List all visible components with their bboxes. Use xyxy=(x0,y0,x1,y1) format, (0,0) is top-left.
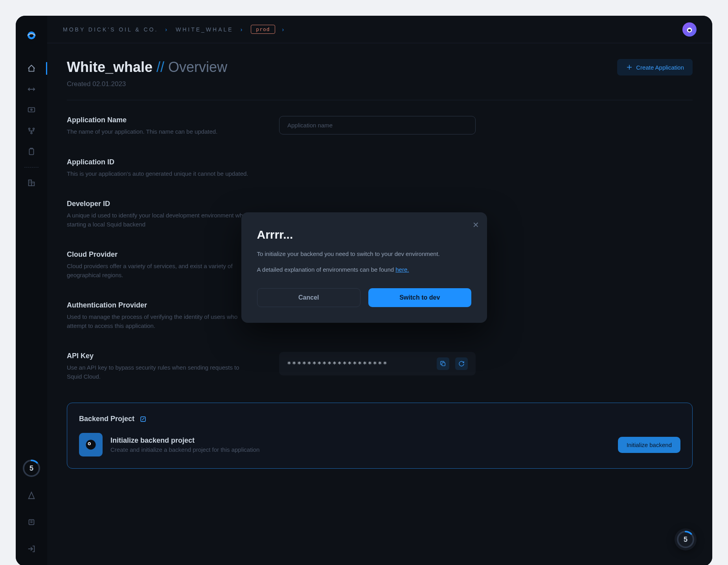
modal-title: Arrrr... xyxy=(257,228,471,241)
svg-rect-15 xyxy=(442,363,445,366)
svg-point-17 xyxy=(86,440,96,450)
cloud-desc: Cloud providers offer a variety of servi… xyxy=(67,262,256,280)
page-title: White_whale // Overview xyxy=(67,59,227,75)
avatar[interactable] xyxy=(682,22,697,37)
chevron-right-icon: › xyxy=(165,26,169,33)
nav-settings-2[interactable] xyxy=(27,513,36,532)
float-progress-value: 5 xyxy=(684,536,688,544)
backend-header: Backend Project xyxy=(79,415,680,423)
breadcrumb-org[interactable]: MOBY DICK'S OIL & CO. xyxy=(63,26,158,33)
modal: ✕ Arrrr... To initialize your backend yo… xyxy=(241,212,487,323)
chevron-right-icon: › xyxy=(282,26,286,33)
breadcrumb: MOBY DICK'S OIL & CO. › WHITE_WHALE › pr… xyxy=(63,25,285,34)
api-key-label: API Key xyxy=(67,352,256,360)
auth-desc: Used to manage the process of verifying … xyxy=(67,313,256,330)
app-name-desc: The name of your application. This name … xyxy=(67,127,256,136)
api-key-value: ******************** xyxy=(287,360,431,368)
nav-home[interactable] xyxy=(16,59,47,78)
link-icon xyxy=(139,415,147,423)
progress-circle-sidebar[interactable]: 5 xyxy=(22,458,41,478)
created-date: Created 02.01.2023 xyxy=(67,80,227,88)
nav-divider xyxy=(24,167,39,167)
app-id-desc: This is your application's auto generate… xyxy=(67,169,256,179)
svg-point-5 xyxy=(33,128,35,130)
create-application-button[interactable]: Create Application xyxy=(617,59,693,75)
plus-icon xyxy=(626,64,633,71)
logo-icon xyxy=(24,28,39,43)
copy-icon xyxy=(440,361,446,367)
svg-point-4 xyxy=(29,128,30,130)
nav-building[interactable] xyxy=(16,173,47,192)
env-badge[interactable]: prod xyxy=(251,25,275,34)
dev-id-label: Developer ID xyxy=(67,200,256,208)
nav-settings-1[interactable] xyxy=(27,486,36,505)
modal-help-link[interactable]: here. xyxy=(395,266,409,273)
backend-row: Initialize backend project Create and in… xyxy=(79,433,680,456)
nav-clipboard[interactable] xyxy=(16,142,47,161)
nav-logout[interactable] xyxy=(27,539,36,558)
app-name-input[interactable] xyxy=(279,116,476,134)
nav-branch[interactable] xyxy=(16,121,47,140)
app-window: 5 MOBY DICK'S OIL & CO. › WHITE_WHALE › … xyxy=(16,16,712,565)
dev-id-desc: A unique id used to identify your local … xyxy=(67,211,256,229)
modal-actions: Cancel Switch to dev xyxy=(257,288,471,307)
nav-monitor[interactable] xyxy=(16,101,47,120)
api-key-box: ******************** xyxy=(279,352,476,375)
backend-panel: Backend Project Initialize backend proje… xyxy=(67,403,693,469)
nav-transfer[interactable] xyxy=(16,80,47,99)
app-name-label: Application Name xyxy=(67,116,256,124)
initialize-backend-button[interactable]: Initialize backend xyxy=(618,437,680,453)
nav-items xyxy=(16,59,47,192)
backend-init-title: Initialize backend project xyxy=(110,436,610,445)
modal-body: To initialize your backend you need to s… xyxy=(257,249,471,274)
refresh-button[interactable] xyxy=(455,357,468,370)
cloud-label: Cloud Provider xyxy=(67,250,256,259)
auth-label: Authentication Provider xyxy=(67,301,256,309)
sidebar-bottom: 5 xyxy=(16,458,47,558)
switch-to-dev-button[interactable]: Switch to dev xyxy=(368,288,471,307)
svg-point-19 xyxy=(88,443,90,445)
topbar: MOBY DICK'S OIL & CO. › WHITE_WHALE › pr… xyxy=(47,16,712,43)
form-row-api-key: API Key Use an API key to bypass securit… xyxy=(67,352,693,381)
page-header: White_whale // Overview Created 02.01.20… xyxy=(67,59,693,100)
svg-point-3 xyxy=(31,109,32,110)
chevron-right-icon: › xyxy=(241,26,244,33)
refresh-icon xyxy=(458,361,465,367)
backend-init-desc: Create and initialize a backend project … xyxy=(110,446,610,453)
sidebar: 5 xyxy=(16,16,47,565)
breadcrumb-app[interactable]: WHITE_WHALE xyxy=(176,26,233,33)
squid-icon xyxy=(79,433,103,456)
cancel-button[interactable]: Cancel xyxy=(257,288,361,307)
svg-rect-2 xyxy=(28,108,35,112)
svg-rect-7 xyxy=(29,149,34,155)
form-row-app-id: Application ID This is your application'… xyxy=(67,158,693,179)
close-icon: ✕ xyxy=(472,221,479,229)
progress-value: 5 xyxy=(29,464,33,473)
modal-close-button[interactable]: ✕ xyxy=(472,220,479,230)
floating-progress[interactable]: 5 xyxy=(675,528,697,550)
app-id-label: Application ID xyxy=(67,158,256,166)
copy-button[interactable] xyxy=(437,357,449,370)
form-row-app-name: Application Name The name of your applic… xyxy=(67,116,693,136)
api-key-desc: Use an API key to bypass security rules … xyxy=(67,363,256,381)
svg-point-6 xyxy=(31,133,32,134)
